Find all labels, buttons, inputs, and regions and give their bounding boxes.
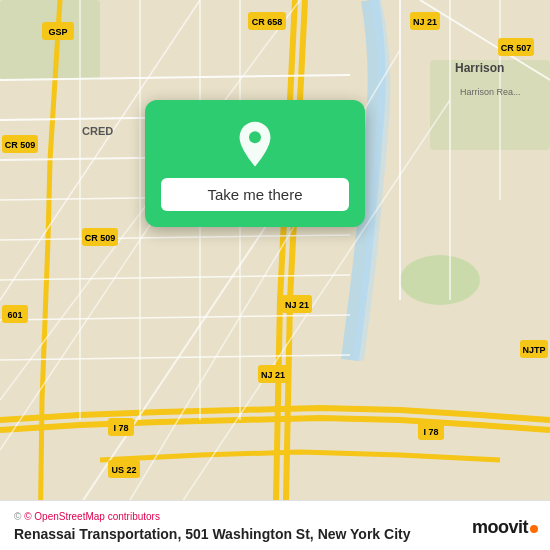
map-background: CR 658 NJ 21 CR 507 GSP CR 509 CR 509 NJ… xyxy=(0,0,550,550)
svg-text:US 22: US 22 xyxy=(111,465,136,475)
svg-text:Harrison: Harrison xyxy=(455,61,504,75)
svg-text:NJ 21: NJ 21 xyxy=(261,370,285,380)
copyright-symbol: © xyxy=(14,511,21,522)
svg-text:CR 507: CR 507 xyxy=(501,43,532,53)
location-name: Renassai Transportation, 501 Washington … xyxy=(14,526,536,542)
svg-text:I 78: I 78 xyxy=(423,427,438,437)
svg-text:I 78: I 78 xyxy=(113,423,128,433)
svg-text:Harrison Rea...: Harrison Rea... xyxy=(460,87,521,97)
svg-point-3 xyxy=(400,255,480,305)
attribution-text: © © OpenStreetMap contributors xyxy=(14,511,536,522)
openstreetmap-link[interactable]: © OpenStreetMap contributors xyxy=(24,511,160,522)
bottom-bar: © © OpenStreetMap contributors Renassai … xyxy=(0,500,550,550)
svg-point-57 xyxy=(249,131,261,143)
moovit-wordmark: moovit xyxy=(472,517,528,538)
svg-text:CR 509: CR 509 xyxy=(5,140,36,150)
svg-text:NJ 21: NJ 21 xyxy=(413,17,437,27)
map-container: CR 658 NJ 21 CR 507 GSP CR 509 CR 509 NJ… xyxy=(0,0,550,550)
moovit-logo: moovit xyxy=(472,517,538,538)
svg-text:CR 509: CR 509 xyxy=(85,233,116,243)
svg-text:CRED: CRED xyxy=(82,125,113,137)
svg-text:NJ 21: NJ 21 xyxy=(285,300,309,310)
svg-text:601: 601 xyxy=(7,310,22,320)
location-card: Take me there xyxy=(145,100,365,227)
svg-text:CR 658: CR 658 xyxy=(252,17,283,27)
moovit-dot-icon xyxy=(530,525,538,533)
svg-text:GSP: GSP xyxy=(48,27,67,37)
location-pin-icon xyxy=(231,120,279,168)
svg-text:NJTP: NJTP xyxy=(522,345,545,355)
take-me-there-button[interactable]: Take me there xyxy=(161,178,349,211)
